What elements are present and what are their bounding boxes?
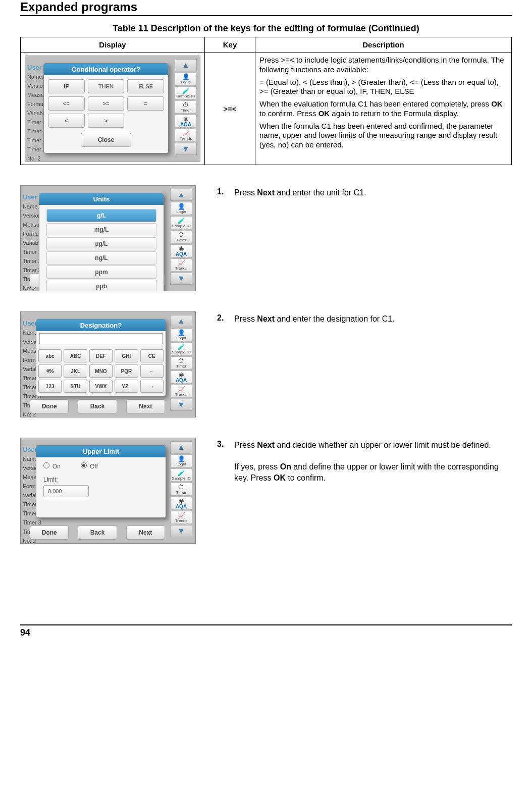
unit-item[interactable]: ng/L <box>46 251 156 265</box>
key-back-icon[interactable]: ← <box>140 364 164 378</box>
rail-sample[interactable]: 🧪Sample ID <box>170 468 192 482</box>
screenshot-conditional: User Name: Version Measu Formul Variabl … <box>25 56 200 162</box>
rail-sample[interactable]: 🧪Sample ID <box>175 86 197 99</box>
close-button[interactable]: Close <box>81 133 131 147</box>
key-abc[interactable]: abc <box>38 349 62 362</box>
description-cell: Press >=< to include logic statements/li… <box>255 52 512 165</box>
page-number: 94 <box>20 624 512 638</box>
conditional-modal: Conditional operator? IF THEN ELSE <= >=… <box>43 63 169 153</box>
rail-login[interactable]: 👤Login <box>170 454 192 467</box>
screenshot-designation: User Name: Version Measu Formul Variabl … <box>20 311 196 417</box>
rail-login[interactable]: 👤Login <box>175 72 197 85</box>
key-PQR[interactable]: PQR <box>115 364 138 378</box>
done-button[interactable]: Done <box>30 399 69 413</box>
upper-limit-modal: Upper Limit On Off Limit: 0.000 <box>36 445 166 518</box>
table-row: User Name: Version Measu Formul Variabl … <box>21 52 512 165</box>
op-if[interactable]: IF <box>48 79 85 93</box>
page-title: Expanded programs <box>20 0 512 16</box>
unit-item[interactable]: ppm <box>46 266 156 279</box>
rail-timer[interactable]: ⏱Timer <box>175 100 197 114</box>
arrow-up-icon[interactable]: ▲ <box>175 59 197 71</box>
key-123[interactable]: 123 <box>38 380 62 393</box>
arrow-down-icon[interactable]: ▼ <box>170 525 192 537</box>
rail-trends[interactable]: 📈Trends <box>170 385 192 398</box>
step-number: 3. <box>217 440 227 483</box>
key-GHI[interactable]: GHI <box>115 349 138 362</box>
arrow-up-icon[interactable]: ▲ <box>170 189 192 201</box>
op-then[interactable]: THEN <box>88 79 125 93</box>
arrow-down-icon[interactable]: ▼ <box>170 273 192 285</box>
op-eq[interactable]: = <box>127 96 164 111</box>
rail-aqa[interactable]: ◉AQA <box>170 371 192 384</box>
rail-sample[interactable]: 🧪Sample ID <box>170 216 192 229</box>
radio-off[interactable]: Off <box>81 462 98 470</box>
op-else[interactable]: ELSE <box>127 79 164 93</box>
rail-trends[interactable]: 📈Trends <box>175 129 197 142</box>
key-JKL[interactable]: JKL <box>64 364 87 378</box>
arrow-down-icon[interactable]: ▼ <box>175 143 197 155</box>
col-description: Description <box>255 37 512 52</box>
rail-login[interactable]: 👤Login <box>170 328 192 341</box>
rail-timer[interactable]: ⏱Timer <box>170 483 192 496</box>
rail-login[interactable]: 👤Login <box>170 202 192 215</box>
rail-trends[interactable]: 📈Trends <box>170 258 192 272</box>
unit-item[interactable]: g/L <box>46 209 156 222</box>
units-modal: Units g/L mg/L µg/L ng/L ppm ppb <box>39 193 164 291</box>
screenshot-units: User Name: Version Measu Formul Variabl … <box>20 185 196 291</box>
col-display: Display <box>21 37 205 52</box>
op-lt[interactable]: < <box>48 114 85 128</box>
op-gt[interactable]: > <box>88 114 125 128</box>
back-button[interactable]: Back <box>78 399 117 413</box>
key-VWX[interactable]: VWX <box>89 380 113 393</box>
formula-keys-table: Display Key Description User Name: Versi… <box>20 37 512 165</box>
right-rail: ▲ 👤Login 🧪Sample ID ⏱Timer ◉AQA 📈Trends … <box>174 59 198 158</box>
key-DEF[interactable]: DEF <box>89 349 113 362</box>
modal-title: Conditional operator? <box>44 64 168 75</box>
key-STU[interactable]: STU <box>64 380 87 393</box>
rail-timer[interactable]: ⏱Timer <box>170 356 192 370</box>
step-number: 1. <box>217 187 227 198</box>
key-ABC[interactable]: ABC <box>64 349 87 362</box>
rail-trends[interactable]: 📈Trends <box>170 511 192 524</box>
limit-value[interactable]: 0.000 <box>43 485 89 497</box>
limit-label: Limit: <box>43 476 158 483</box>
done-button[interactable]: Done <box>30 526 69 540</box>
col-key: Key <box>205 37 255 52</box>
unit-item[interactable]: mg/L <box>46 223 156 236</box>
modal-title: Designation? <box>36 320 166 331</box>
key-fwd-icon[interactable]: → <box>140 380 164 393</box>
unit-item[interactable]: ppb <box>46 280 156 291</box>
key-sym[interactable]: #% <box>38 364 62 378</box>
step-body: Press Next and decide whether an upper o… <box>234 440 512 483</box>
key-cell: >=< <box>205 52 255 165</box>
designation-input[interactable] <box>39 333 163 344</box>
unit-item[interactable]: µg/L <box>46 237 156 250</box>
modal-title: Units <box>39 193 164 205</box>
next-button[interactable]: Next <box>126 399 165 413</box>
key-CE[interactable]: CE <box>140 349 164 362</box>
key-MNO[interactable]: MNO <box>89 364 113 378</box>
step-body: Press Next and enter the designation for… <box>234 313 395 325</box>
arrow-up-icon[interactable]: ▲ <box>170 441 192 453</box>
back-button[interactable]: Back <box>78 526 117 540</box>
designation-modal: Designation? abc ABC DEF GHI CE #% JKL M… <box>36 319 166 396</box>
rail-timer[interactable]: ⏱Timer <box>170 230 192 243</box>
next-button[interactable]: Next <box>126 526 165 540</box>
screenshot-upper-limit: User Name: Version Measu Formul Variabl … <box>20 438 196 544</box>
rail-aqa[interactable]: ◉AQA <box>170 244 192 257</box>
modal-title: Upper Limit <box>36 446 166 457</box>
rail-aqa[interactable]: ◉AQA <box>175 115 197 128</box>
op-gte[interactable]: >= <box>88 96 125 111</box>
step-body: Press Next and enter the unit for C1. <box>234 187 366 198</box>
radio-on[interactable]: On <box>43 462 61 470</box>
key-YZ[interactable]: YZ_ <box>115 380 138 393</box>
table-caption: Table 11 Description of the keys for the… <box>20 23 512 34</box>
arrow-down-icon[interactable]: ▼ <box>170 399 192 411</box>
rail-sample[interactable]: 🧪Sample ID <box>170 342 192 355</box>
arrow-up-icon[interactable]: ▲ <box>170 315 192 327</box>
rail-aqa[interactable]: ◉AQA <box>170 497 192 510</box>
op-lte[interactable]: <= <box>48 96 85 111</box>
step-number: 2. <box>217 313 227 325</box>
